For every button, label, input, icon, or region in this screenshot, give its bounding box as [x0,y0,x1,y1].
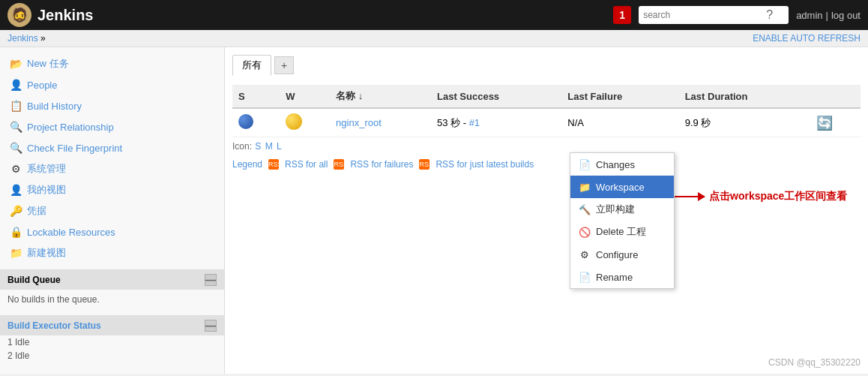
executor-item-1: 1 Idle [0,335,224,349]
project-relationship-icon: 🔍 [9,120,22,134]
legend-link[interactable]: Legend [232,159,262,170]
sidebar-item-credentials[interactable]: 🔑 凭据 [0,200,224,221]
sidebar-item-system-manage[interactable]: ⚙ 系统管理 [0,158,224,179]
add-tab-button[interactable]: + [274,56,294,74]
sidebar-link-new-task[interactable]: New 任务 [27,57,69,71]
sidebar-link-check-fingerprint[interactable]: Check File Fingerprint [27,143,122,154]
rss-all-link[interactable]: RSS for all [285,159,328,170]
build-executor-section: Build Executor Status — 1 Idle 2 Idle [0,315,224,362]
sidebar-link-lockable-resources[interactable]: Lockable Resources [27,227,115,238]
sidebar-link-build-history[interactable]: Build History [27,101,82,112]
legend-area: Legend RSS RSS for all RSS RSS for failu… [232,159,861,170]
search-input[interactable] [643,10,763,20]
search-help-icon[interactable]: ? [766,8,773,22]
schedule-icon: 🔄 [816,116,833,131]
build-now-icon: 🔨 [578,203,591,216]
col-w: W [280,85,330,108]
sidebar-item-new-view[interactable]: 📁 新建视图 [0,242,224,263]
sidebar-link-my-views[interactable]: 我的视图 [27,183,66,197]
configure-label: Configure [596,249,638,260]
build-executor-title-link[interactable]: Build Executor Status [7,320,101,331]
sidebar-link-system-manage[interactable]: 系统管理 [27,162,66,176]
new-view-icon: 📁 [9,246,22,260]
context-menu-item-rename[interactable]: 📄 Rename [570,266,674,288]
people-icon: 👤 [9,78,22,92]
table-row: nginx_root 53 秒 - #1 N/A 9.9 秒 🔄 [232,108,861,137]
context-menu-item-build-now[interactable]: 🔨 立即构建 [570,198,674,221]
icon-size-l[interactable]: L [277,141,282,152]
sidebar-item-new-task[interactable]: 📂 New 任务 [0,53,224,74]
admin-link[interactable]: admin [796,10,822,21]
status-sun-ball [286,113,302,130]
app-title: Jenkins [37,7,93,24]
build-link[interactable]: #1 [469,117,480,128]
build-queue-section: Build Queue — No builds in the queue. [0,269,224,309]
search-box: ? [639,6,789,24]
notification-badge[interactable]: 1 [613,6,631,24]
header-links: admin | log out [796,10,861,21]
table-header: S W 名称 ↓ Last Success Last Failure Last … [232,85,861,108]
rss-failures-link[interactable]: RSS for failures [350,159,413,170]
executor-2-number: 2 [7,350,13,361]
col-last-failure: Last Failure [561,85,678,108]
executor-item-2: 2 Idle [0,349,224,362]
rss-failures-icon: RSS [334,159,344,170]
context-menu-item-workspace[interactable]: 📁 Workspace [570,176,674,198]
build-queue-minimize[interactable]: — [205,274,217,286]
tab-all[interactable]: 所有 [232,55,271,76]
row-w-status [280,108,330,137]
rename-label: Rename [596,272,633,283]
workspace-icon: 📁 [578,180,591,194]
sidebar-item-my-views[interactable]: 👤 我的视图 [0,179,224,200]
jenkins-logo-icon: 🧔 [7,3,31,27]
sidebar-item-build-history[interactable]: 📋 Build History [0,95,224,116]
sidebar-item-check-fingerprint[interactable]: 🔍 Check File Fingerprint [0,137,224,158]
sidebar-item-lockable-resources[interactable]: 🔒 Lockable Resources [0,221,224,242]
enable-auto-refresh-link[interactable]: ENABLE AUTO REFRESH [753,33,861,44]
icon-size-s[interactable]: S [255,141,261,152]
context-menu-item-changes[interactable]: 📄 Changes [570,153,674,176]
row-last-duration: 9.9 秒 [679,108,810,137]
tabs-bar: 所有 + [232,55,861,76]
tab-all-label: 所有 [242,59,262,71]
icon-size-m[interactable]: M [265,141,273,152]
row-last-success: 53 秒 - #1 [431,108,561,137]
breadcrumb-sep: » [40,33,46,44]
changes-icon: 📄 [578,158,591,171]
build-executor-minimize[interactable]: — [205,320,217,332]
breadcrumb: Jenkins » [7,33,46,44]
col-name[interactable]: 名称 ↓ [330,85,431,108]
context-menu: 📄 Changes 📁 Workspace 🔨 立即构建 🚫 Delete 工程… [570,152,675,289]
rss-latest-link[interactable]: RSS for just latest builds [435,159,534,170]
sidebar-link-credentials[interactable]: 凭据 [27,204,46,218]
project-link[interactable]: nginx_root [336,117,382,128]
context-menu-item-configure[interactable]: ⚙ Configure [570,243,674,266]
sidebar-item-people[interactable]: 👤 People [0,74,224,95]
build-executor-header: Build Executor Status — [0,316,224,335]
icon-size-links: S M L [254,141,282,152]
rss-all-icon: RSS [268,159,279,170]
credentials-icon: 🔑 [9,204,22,218]
breadcrumb-jenkins[interactable]: Jenkins [7,33,38,44]
fingerprint-icon: 🔍 [9,141,22,155]
sidebar-link-project-relationship[interactable]: Project Relationship [27,122,114,133]
col-s: S [232,85,280,108]
sidebar-item-project-relationship[interactable]: 🔍 Project Relationship [0,116,224,137]
sidebar-link-new-view[interactable]: 新建视图 [27,246,66,260]
breadcrumb-bar: Jenkins » ENABLE AUTO REFRESH [0,30,868,47]
header-separator: | [826,10,828,21]
logout-link[interactable]: log out [831,10,861,21]
delete-label: Delete 工程 [596,225,646,239]
row-name: nginx_root [330,108,431,137]
annotation-arrow: 点击workspace工作区间查看 [645,190,847,203]
build-queue-content: No builds in the queue. [0,290,224,309]
row-s-status [232,108,280,137]
context-menu-item-delete[interactable]: 🚫 Delete 工程 [570,221,674,243]
lockable-icon: 🔒 [9,225,22,239]
col-last-duration: Last Duration [679,85,810,108]
new-task-icon: 📂 [9,57,22,71]
rename-icon: 📄 [578,270,591,284]
build-queue-empty: No builds in the queue. [7,294,100,305]
build-queue-header: Build Queue — [0,270,224,290]
sidebar-link-people[interactable]: People [27,80,57,91]
